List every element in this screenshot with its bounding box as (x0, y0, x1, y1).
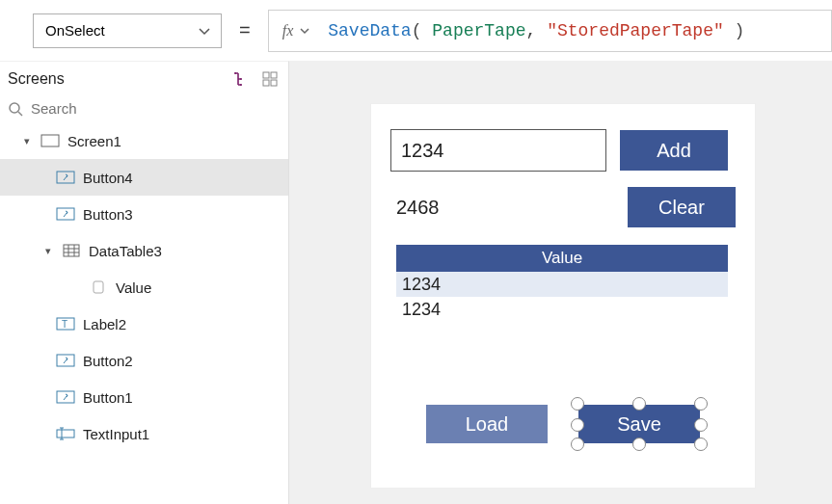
svg-rect-0 (263, 72, 269, 78)
resize-handle[interactable] (571, 438, 584, 451)
resize-handle[interactable] (694, 397, 708, 411)
tree-item-value-column[interactable]: Value (0, 269, 288, 305)
tree-item-label: Button3 (83, 206, 133, 223)
svg-text:T: T (62, 319, 67, 330)
collapse-icon[interactable]: ▾ (21, 135, 33, 147)
workspace: Screens ▾ Screen1 (0, 61, 832, 504)
search-row (0, 96, 288, 122)
svg-rect-14 (94, 281, 103, 293)
screen-icon (40, 133, 60, 148)
svg-rect-1 (271, 72, 277, 78)
formula-bar[interactable]: fx SaveData( PaperTape, "StoredPaperTape… (268, 10, 832, 52)
resize-handle[interactable] (632, 438, 646, 451)
clear-button[interactable]: Clear (628, 187, 736, 227)
formula-toolbar: OnSelect = fx SaveData( PaperTape, "Stor… (0, 0, 832, 61)
tree-item-label: Label2 (83, 316, 126, 332)
table-row[interactable]: 1234 (396, 272, 728, 297)
property-dropdown[interactable]: OnSelect (33, 13, 222, 48)
tree-item-button2[interactable]: Button2 (0, 342, 288, 379)
label-icon: T (56, 316, 75, 332)
button-icon (56, 206, 75, 222)
tree-item-label: DataTable3 (89, 243, 162, 259)
tree-item-datatable3[interactable]: ▾ DataTable3 (0, 232, 288, 269)
property-dropdown-value: OnSelect (45, 22, 105, 39)
table-row[interactable]: 1234 (396, 297, 728, 322)
button-icon (56, 389, 75, 405)
svg-rect-19 (57, 430, 74, 438)
formula-text: SaveData( PaperTape, "StoredPaperTape" ) (328, 21, 744, 40)
tree-item-button1[interactable]: Button1 (0, 379, 288, 415)
search-input[interactable] (31, 100, 281, 117)
svg-rect-2 (263, 80, 269, 86)
fx-icon[interactable]: fx (282, 22, 311, 40)
control-tree: ▾ Screen1 Button4 Button3 ▾ (0, 122, 288, 452)
app-canvas: Add 2468 Clear Value 1234 1234 Load Save (370, 103, 756, 489)
resize-handle[interactable] (571, 418, 584, 432)
tree-item-label: TextInput1 (83, 426, 149, 442)
tree-item-label: Button1 (83, 389, 133, 406)
resize-handle[interactable] (694, 438, 708, 451)
tree-item-label: Screen1 (67, 133, 121, 149)
selected-control-wrap[interactable]: Save (578, 405, 700, 443)
column-icon (89, 279, 108, 295)
svg-rect-3 (271, 80, 277, 86)
table-header-value[interactable]: Value (396, 245, 728, 272)
thumbnail-view-icon[interactable] (261, 70, 279, 88)
tree-item-label2[interactable]: T Label2 (0, 305, 288, 342)
tree-item-textinput1[interactable]: TextInput1 (0, 415, 288, 452)
tree-item-label: Button4 (83, 170, 133, 186)
button-icon (56, 353, 75, 368)
tree-item-button4[interactable]: Button4 (0, 159, 288, 196)
svg-rect-6 (41, 135, 59, 146)
tree-item-screen1[interactable]: ▾ Screen1 (0, 122, 288, 159)
canvas-area[interactable]: Add 2468 Clear Value 1234 1234 Load Save (289, 61, 832, 504)
number-input[interactable] (390, 129, 606, 172)
svg-line-5 (18, 112, 22, 116)
add-button[interactable]: Add (620, 130, 728, 171)
datatable-icon (62, 243, 81, 258)
tree-view-icon[interactable] (232, 70, 250, 88)
tree-item-button3[interactable]: Button3 (0, 196, 288, 232)
collapse-icon[interactable]: ▾ (42, 245, 54, 257)
svg-rect-9 (64, 245, 79, 256)
chevron-down-icon (198, 24, 211, 38)
resize-handle[interactable] (571, 397, 584, 411)
data-table[interactable]: Value 1234 1234 (396, 245, 728, 322)
screens-panel: Screens ▾ Screen1 (0, 61, 289, 504)
svg-point-4 (10, 103, 19, 113)
panel-title: Screens (8, 70, 65, 88)
resize-handle[interactable] (632, 397, 646, 411)
resize-handle[interactable] (694, 418, 708, 432)
search-icon (8, 101, 23, 117)
textinput-icon (56, 426, 75, 441)
equals-sign: = (235, 19, 255, 41)
button-icon (56, 170, 75, 185)
tree-item-label: Value (116, 279, 151, 296)
panel-header: Screens (0, 62, 288, 96)
tree-item-label: Button2 (83, 353, 133, 369)
load-button[interactable]: Load (426, 405, 548, 443)
result-label: 2468 (390, 197, 440, 219)
